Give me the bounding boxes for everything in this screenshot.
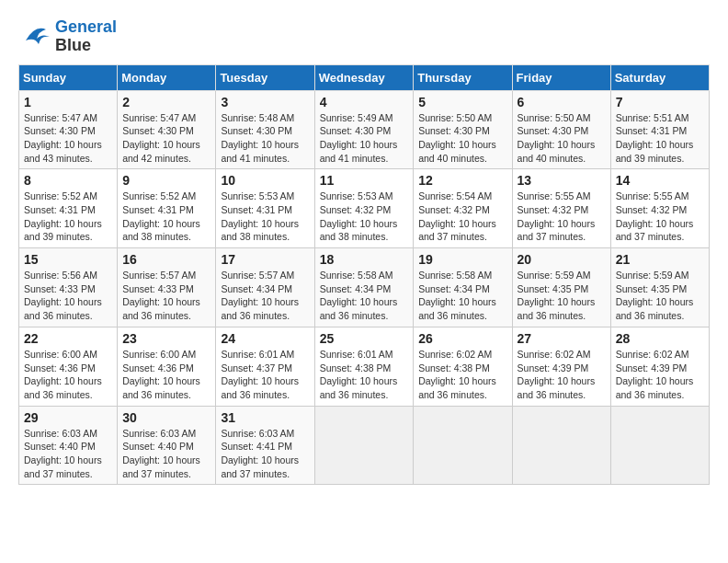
logo: General Blue (18, 18, 117, 55)
day-info: Sunrise: 5:52 AMSunset: 4:31 PMDaylight:… (122, 190, 210, 244)
calendar-cell: 6Sunrise: 5:50 AMSunset: 4:30 PMDaylight… (512, 90, 610, 169)
day-number: 18 (320, 252, 409, 267)
day-info: Sunrise: 5:57 AMSunset: 4:34 PMDaylight:… (221, 269, 309, 323)
calendar-cell: 31Sunrise: 6:03 AMSunset: 4:41 PMDayligh… (216, 406, 314, 485)
day-info: Sunrise: 6:02 AMSunset: 4:39 PMDaylight:… (616, 348, 704, 402)
day-info: Sunrise: 6:03 AMSunset: 4:40 PMDaylight:… (24, 427, 112, 481)
day-info: Sunrise: 5:50 AMSunset: 4:30 PMDaylight:… (518, 111, 606, 166)
weekday-header: Wednesday (314, 64, 414, 90)
calendar-cell: 28Sunrise: 6:02 AMSunset: 4:39 PMDayligh… (610, 327, 709, 406)
day-info: Sunrise: 5:51 AMSunset: 4:31 PMDaylight:… (616, 111, 704, 166)
day-number: 16 (122, 252, 210, 267)
weekday-header: Saturday (610, 64, 709, 90)
calendar-week-row: 1Sunrise: 5:47 AMSunset: 4:30 PMDaylight… (19, 90, 710, 169)
day-number: 10 (221, 173, 309, 188)
day-number: 1 (24, 95, 112, 109)
day-number: 8 (24, 173, 112, 188)
day-number: 4 (320, 95, 409, 109)
day-info: Sunrise: 5:53 AMSunset: 4:31 PMDaylight:… (221, 190, 309, 244)
calendar-week-row: 22Sunrise: 6:00 AMSunset: 4:36 PMDayligh… (19, 327, 710, 406)
calendar-week-row: 15Sunrise: 5:56 AMSunset: 4:33 PMDayligh… (19, 248, 710, 327)
calendar-cell: 20Sunrise: 5:59 AMSunset: 4:35 PMDayligh… (512, 248, 610, 327)
calendar-week-row: 8Sunrise: 5:52 AMSunset: 4:31 PMDaylight… (19, 169, 710, 248)
calendar-cell: 10Sunrise: 5:53 AMSunset: 4:31 PMDayligh… (216, 169, 314, 248)
day-number: 17 (221, 252, 309, 267)
calendar-cell: 9Sunrise: 5:52 AMSunset: 4:31 PMDaylight… (118, 169, 216, 248)
day-info: Sunrise: 5:58 AMSunset: 4:34 PMDaylight:… (418, 269, 506, 323)
calendar-table: SundayMondayTuesdayWednesdayThursdayFrid… (18, 64, 710, 486)
day-info: Sunrise: 5:52 AMSunset: 4:31 PMDaylight:… (24, 190, 112, 244)
day-number: 14 (616, 173, 704, 188)
weekday-header: Thursday (414, 64, 512, 90)
day-number: 28 (616, 331, 704, 346)
calendar-cell: 13Sunrise: 5:55 AMSunset: 4:32 PMDayligh… (512, 169, 610, 248)
day-number: 23 (122, 331, 210, 346)
calendar-cell: 24Sunrise: 6:01 AMSunset: 4:37 PMDayligh… (216, 327, 314, 406)
calendar-cell: 15Sunrise: 5:56 AMSunset: 4:33 PMDayligh… (19, 248, 118, 327)
day-info: Sunrise: 5:58 AMSunset: 4:34 PMDaylight:… (320, 269, 409, 323)
calendar-cell: 1Sunrise: 5:47 AMSunset: 4:30 PMDaylight… (19, 90, 118, 169)
day-number: 12 (418, 173, 506, 188)
calendar-cell (512, 406, 610, 485)
weekday-header: Friday (512, 64, 610, 90)
day-number: 15 (24, 252, 112, 267)
day-number: 24 (221, 331, 309, 346)
day-info: Sunrise: 5:56 AMSunset: 4:33 PMDaylight:… (24, 269, 112, 323)
calendar-cell: 23Sunrise: 6:00 AMSunset: 4:36 PMDayligh… (118, 327, 216, 406)
calendar-cell: 30Sunrise: 6:03 AMSunset: 4:40 PMDayligh… (118, 406, 216, 485)
day-info: Sunrise: 6:01 AMSunset: 4:37 PMDaylight:… (221, 348, 309, 402)
calendar-cell: 26Sunrise: 6:02 AMSunset: 4:38 PMDayligh… (414, 327, 512, 406)
day-info: Sunrise: 5:49 AMSunset: 4:30 PMDaylight:… (320, 111, 409, 166)
logo-text: General Blue (55, 18, 117, 55)
calendar-cell: 27Sunrise: 6:02 AMSunset: 4:39 PMDayligh… (512, 327, 610, 406)
day-number: 9 (122, 173, 210, 188)
day-info: Sunrise: 5:53 AMSunset: 4:32 PMDaylight:… (320, 190, 409, 244)
day-info: Sunrise: 5:47 AMSunset: 4:30 PMDaylight:… (24, 111, 112, 166)
day-info: Sunrise: 5:48 AMSunset: 4:30 PMDaylight:… (221, 111, 309, 166)
day-number: 27 (518, 331, 606, 346)
day-info: Sunrise: 5:55 AMSunset: 4:32 PMDaylight:… (518, 190, 606, 244)
calendar-cell: 8Sunrise: 5:52 AMSunset: 4:31 PMDaylight… (19, 169, 118, 248)
day-number: 7 (616, 95, 704, 109)
day-number: 3 (221, 95, 309, 109)
calendar-cell: 14Sunrise: 5:55 AMSunset: 4:32 PMDayligh… (610, 169, 709, 248)
calendar-week-row: 29Sunrise: 6:03 AMSunset: 4:40 PMDayligh… (19, 406, 710, 485)
day-number: 13 (518, 173, 606, 188)
day-info: Sunrise: 6:02 AMSunset: 4:38 PMDaylight:… (418, 348, 506, 402)
day-number: 11 (320, 173, 409, 188)
calendar-cell (314, 406, 414, 485)
calendar-cell: 25Sunrise: 6:01 AMSunset: 4:38 PMDayligh… (314, 327, 414, 406)
day-number: 30 (122, 410, 210, 425)
day-info: Sunrise: 5:57 AMSunset: 4:33 PMDaylight:… (122, 269, 210, 323)
day-info: Sunrise: 6:00 AMSunset: 4:36 PMDaylight:… (24, 348, 112, 402)
day-info: Sunrise: 5:54 AMSunset: 4:32 PMDaylight:… (418, 190, 506, 244)
day-info: Sunrise: 6:01 AMSunset: 4:38 PMDaylight:… (320, 348, 409, 402)
calendar-cell (414, 406, 512, 485)
day-number: 21 (616, 252, 704, 267)
weekday-header: Sunday (19, 64, 118, 90)
day-info: Sunrise: 6:03 AMSunset: 4:41 PMDaylight:… (221, 427, 309, 481)
logo-icon (18, 20, 51, 53)
calendar-cell: 11Sunrise: 5:53 AMSunset: 4:32 PMDayligh… (314, 169, 414, 248)
calendar-cell: 21Sunrise: 5:59 AMSunset: 4:35 PMDayligh… (610, 248, 709, 327)
page-header: General Blue (18, 18, 710, 55)
calendar-cell: 17Sunrise: 5:57 AMSunset: 4:34 PMDayligh… (216, 248, 314, 327)
calendar-cell: 7Sunrise: 5:51 AMSunset: 4:31 PMDaylight… (610, 90, 709, 169)
day-number: 29 (24, 410, 112, 425)
day-info: Sunrise: 5:59 AMSunset: 4:35 PMDaylight:… (518, 269, 606, 323)
calendar-cell: 5Sunrise: 5:50 AMSunset: 4:30 PMDaylight… (414, 90, 512, 169)
calendar-cell: 18Sunrise: 5:58 AMSunset: 4:34 PMDayligh… (314, 248, 414, 327)
day-info: Sunrise: 5:55 AMSunset: 4:32 PMDaylight:… (616, 190, 704, 244)
day-info: Sunrise: 6:00 AMSunset: 4:36 PMDaylight:… (122, 348, 210, 402)
calendar-cell: 19Sunrise: 5:58 AMSunset: 4:34 PMDayligh… (414, 248, 512, 327)
day-info: Sunrise: 5:47 AMSunset: 4:30 PMDaylight:… (122, 111, 210, 166)
calendar-cell: 3Sunrise: 5:48 AMSunset: 4:30 PMDaylight… (216, 90, 314, 169)
day-info: Sunrise: 5:50 AMSunset: 4:30 PMDaylight:… (418, 111, 506, 166)
day-number: 20 (518, 252, 606, 267)
day-number: 31 (221, 410, 309, 425)
weekday-header: Monday (118, 64, 216, 90)
day-info: Sunrise: 6:03 AMSunset: 4:40 PMDaylight:… (122, 427, 210, 481)
calendar-cell: 16Sunrise: 5:57 AMSunset: 4:33 PMDayligh… (118, 248, 216, 327)
calendar-cell: 29Sunrise: 6:03 AMSunset: 4:40 PMDayligh… (19, 406, 118, 485)
day-number: 26 (418, 331, 506, 346)
